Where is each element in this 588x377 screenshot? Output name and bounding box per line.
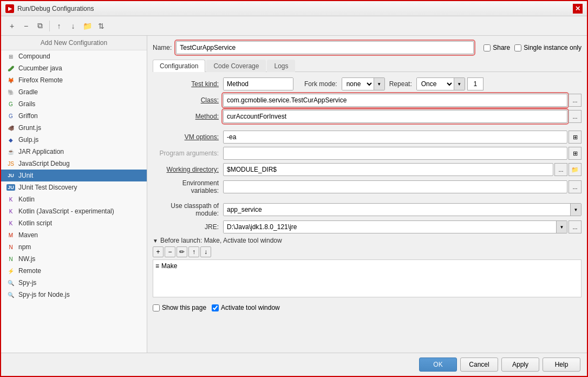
classpath-dropdown-arrow[interactable]: ▼ xyxy=(570,204,581,216)
class-input[interactable] xyxy=(223,94,567,107)
working-dir-folder-button[interactable]: 📁 xyxy=(569,163,582,176)
repeat-select[interactable]: Once xyxy=(417,78,454,90)
config-item-icon-kotlin: K xyxy=(6,195,15,204)
config-item-icon-grails: G xyxy=(6,100,15,108)
classpath-group: ▼ xyxy=(223,203,582,216)
config-item-junitdiscovery[interactable]: JUJUnit Test Discovery xyxy=(1,181,147,193)
vm-options-input[interactable] xyxy=(223,131,567,144)
apply-button[interactable]: Apply xyxy=(501,358,539,372)
config-item-kotlinjs[interactable]: KKotlin (JavaScript - experimental) xyxy=(1,205,147,217)
config-item-cucumber[interactable]: 🥒Cucumber java xyxy=(1,62,147,74)
config-item-icon-griffon: G xyxy=(6,112,15,120)
config-item-junit[interactable]: JUJUnit xyxy=(1,170,147,181)
test-kind-input[interactable] xyxy=(224,78,293,90)
bl-item-icon: ≡ xyxy=(155,262,159,270)
fork-mode-select-wrapper: none ▼ xyxy=(342,77,385,90)
show-page-label: Show this page xyxy=(162,304,206,311)
remove-config-button[interactable]: − xyxy=(19,20,32,32)
move-up-button[interactable]: ↑ xyxy=(53,20,66,32)
run-debug-configurations-window: ▶ Run/Debug Configurations ✕ + − ⧉ ↑ ↓ 📁… xyxy=(0,0,588,377)
config-item-label-firefox: Firefox Remote xyxy=(18,76,63,84)
bl-moveup-button[interactable]: ↑ xyxy=(188,246,199,257)
add-new-config-label: Add New Configuration xyxy=(1,36,147,50)
config-item-kotlin[interactable]: KKotlin xyxy=(1,193,147,205)
config-item-label-gulp: Gulp.js xyxy=(18,136,38,144)
working-dir-input[interactable] xyxy=(223,163,553,176)
add-config-button[interactable]: + xyxy=(5,20,18,32)
vm-options-expand-button[interactable]: ⊞ xyxy=(569,131,582,144)
program-args-input[interactable] xyxy=(223,147,567,160)
jre-dropdown-arrow[interactable]: ▼ xyxy=(556,221,567,233)
name-input[interactable] xyxy=(176,41,474,54)
config-item-nwjs[interactable]: NNW.js xyxy=(1,253,147,265)
config-item-grails[interactable]: GGrails xyxy=(1,98,147,110)
test-kind-row: Test kind: ▼ Fork mode: none ▼ xyxy=(153,77,582,90)
program-args-group: ⊞ xyxy=(223,147,582,160)
class-browse-button[interactable]: ... xyxy=(569,94,582,107)
tab-logs[interactable]: Logs xyxy=(267,60,295,72)
jre-input[interactable] xyxy=(224,221,556,233)
name-label: Name: xyxy=(153,44,172,51)
env-vars-browse-button[interactable]: ... xyxy=(569,180,582,193)
jre-browse-button[interactable]: ... xyxy=(569,220,582,233)
bl-add-button[interactable]: + xyxy=(153,246,164,257)
working-dir-row: Working directory: ... 📁 xyxy=(153,163,582,176)
config-item-label-kotlinscript: Kotlin script xyxy=(18,219,52,227)
fork-mode-select[interactable]: none xyxy=(342,78,374,90)
config-item-jsdebug[interactable]: JSJavaScript Debug xyxy=(1,158,147,170)
close-button[interactable]: ✕ xyxy=(573,4,583,14)
tab-configuration[interactable]: Configuration xyxy=(153,60,205,72)
method-browse-button[interactable]: ... xyxy=(569,110,582,123)
copy-config-button[interactable]: ⧉ xyxy=(34,20,47,32)
program-args-expand-button[interactable]: ⊞ xyxy=(569,147,582,160)
classpath-input[interactable] xyxy=(224,204,570,216)
repeat-arrow[interactable]: ▼ xyxy=(454,78,465,90)
single-instance: Single instance only xyxy=(514,44,582,51)
right-panel: Name: Share Single instance only Configu… xyxy=(147,36,587,353)
sort-button[interactable]: ⇅ xyxy=(95,20,108,32)
config-item-grunt[interactable]: 🐗Grunt.js xyxy=(1,122,147,134)
config-item-gulp[interactable]: ◆Gulp.js xyxy=(1,134,147,146)
bl-edit-button[interactable]: ✏ xyxy=(177,246,187,257)
config-item-jar[interactable]: ☕JAR Application xyxy=(1,146,147,158)
bottom-row: Show this page Activate tool window xyxy=(153,301,582,311)
bl-remove-button[interactable]: − xyxy=(165,246,175,257)
help-button[interactable]: Help xyxy=(543,358,580,372)
config-item-label-kotlin: Kotlin xyxy=(18,196,35,203)
config-item-label-spynode: Spy-js for Node.js xyxy=(18,291,70,298)
tabs: ConfigurationCode CoverageLogs xyxy=(153,60,582,72)
config-item-griffon[interactable]: GGriffon xyxy=(1,110,147,122)
ok-button[interactable]: OK xyxy=(419,358,457,372)
config-item-spynode[interactable]: 🔍Spy-js for Node.js xyxy=(1,289,147,301)
single-instance-checkbox[interactable] xyxy=(514,44,521,51)
tab-code_coverage[interactable]: Code Coverage xyxy=(206,60,266,72)
config-item-firefox[interactable]: 🦊Firefox Remote xyxy=(1,74,147,86)
config-item-remote[interactable]: ⚡Remote xyxy=(1,265,147,277)
env-vars-input[interactable] xyxy=(223,180,567,193)
config-item-compound[interactable]: ⊞Compound xyxy=(1,50,147,62)
config-item-spyjs[interactable]: 🔍Spy-js xyxy=(1,277,147,289)
share-checkbox[interactable] xyxy=(484,44,491,51)
cancel-button[interactable]: Cancel xyxy=(460,358,498,372)
config-item-gradle[interactable]: 🐘Gradle xyxy=(1,86,147,98)
activate-window-checkbox[interactable] xyxy=(212,304,219,311)
before-launch-toggle[interactable]: ▼ xyxy=(153,238,158,244)
config-item-npm[interactable]: Nnpm xyxy=(1,241,147,253)
config-item-maven[interactable]: MMaven xyxy=(1,229,147,241)
working-dir-browse-button[interactable]: ... xyxy=(554,163,567,176)
window-icon: ▶ xyxy=(5,4,14,13)
show-page-checkbox[interactable] xyxy=(153,304,160,311)
config-item-icon-spyjs: 🔍 xyxy=(6,278,15,287)
method-input[interactable] xyxy=(223,110,567,123)
config-item-icon-grunt: 🐗 xyxy=(6,123,15,132)
config-item-kotlinscript[interactable]: KKotlin script xyxy=(1,217,147,229)
jre-group: ▼ ... xyxy=(223,220,582,233)
move-down-button[interactable]: ↓ xyxy=(67,20,80,32)
config-item-label-griffon: Griffon xyxy=(18,112,38,120)
test-kind-label: Test kind: xyxy=(153,80,223,88)
bl-movedown-button[interactable]: ↓ xyxy=(200,246,211,257)
separator-2 xyxy=(153,198,582,202)
folder-button[interactable]: 📁 xyxy=(81,20,94,32)
repeat-number-input[interactable] xyxy=(467,77,484,90)
fork-mode-arrow[interactable]: ▼ xyxy=(374,78,384,90)
